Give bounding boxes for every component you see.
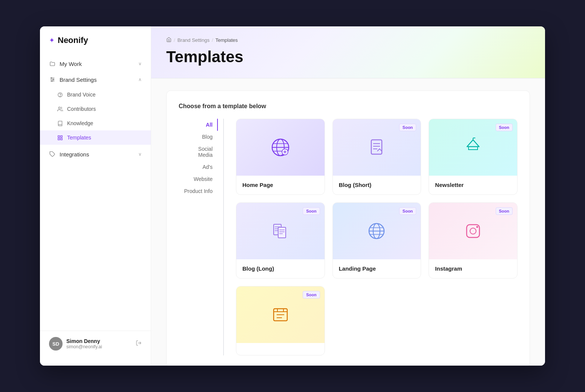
logo: ✦ Neonify	[40, 35, 151, 56]
card-name-landing-page: Landing Page	[339, 265, 376, 272]
book-icon	[57, 120, 63, 127]
card-preview-product-info: Soon	[236, 286, 325, 343]
svg-marker-27	[467, 140, 479, 147]
template-card-product-info[interactable]: Soon	[236, 286, 325, 355]
svg-point-5	[51, 81, 52, 82]
sidebar-item-contributors[interactable]: Contributors	[40, 102, 151, 116]
soon-badge-blog-short: Soon	[399, 124, 417, 131]
user-name: Simon Denny	[66, 338, 102, 344]
card-preview-blog-short: Soon	[333, 119, 421, 176]
avatar-initials: SD	[52, 341, 59, 347]
svg-rect-10	[60, 135, 62, 137]
card-info-instagram: Instagram	[429, 259, 517, 278]
breadcrumb: / Brand Settings / Templates	[166, 37, 530, 43]
main-content: / Brand Settings / Templates Templates C…	[151, 26, 545, 366]
sidebar-label-brand-voice: Brand Voice	[67, 92, 96, 98]
sidebar: ✦ Neonify My Work ∨ Br	[40, 26, 151, 366]
soon-badge-blog-long: Soon	[303, 207, 320, 215]
templates-layout: All Blog Social Media Ad's Website	[179, 119, 518, 355]
section-heading: Choose from a template below	[179, 103, 518, 110]
svg-point-46	[476, 226, 478, 228]
template-card-landing-page[interactable]: Soon Landing Page	[332, 202, 421, 279]
soon-badge-newsletter: Soon	[496, 124, 513, 131]
card-preview-home-page	[236, 119, 325, 176]
circle-icon	[57, 91, 63, 98]
card-name-home-page: Home Page	[242, 182, 273, 188]
template-card-home-page[interactable]: Home Page	[236, 119, 325, 195]
sidebar-label-templates: Templates	[67, 135, 91, 141]
logo-text: Neonify	[58, 35, 88, 45]
soon-badge-instagram: Soon	[496, 207, 513, 215]
sidebar-footer: SD Simon Denny simon@neonify.ai	[40, 331, 151, 357]
filter-social-media[interactable]: Social Media	[179, 143, 218, 161]
card-info-landing-page: Landing Page	[333, 259, 421, 278]
svg-point-3	[51, 78, 52, 79]
logo-icon: ✦	[49, 36, 55, 44]
breadcrumb-home[interactable]	[166, 37, 172, 43]
filter-website[interactable]: Website	[179, 173, 218, 185]
content-area: Choose from a template below All Blog So…	[151, 78, 545, 366]
breadcrumb-sep-2: /	[212, 37, 213, 43]
svg-rect-11	[58, 138, 59, 139]
card-info-product-info	[236, 343, 325, 355]
card-info-blog-short: Blog (Short)	[333, 176, 421, 194]
svg-point-7	[60, 96, 60, 96]
logout-button[interactable]	[136, 340, 142, 348]
sidebar-item-knowledge[interactable]: Knowledge	[40, 116, 151, 130]
sidebar-label-contributors: Contributors	[67, 106, 96, 112]
card-info-newsletter: Newsletter	[429, 176, 517, 194]
svg-rect-12	[60, 138, 62, 139]
breadcrumb-current: Templates	[216, 37, 238, 43]
filter-product-info[interactable]: Product Info	[179, 185, 218, 197]
sidebar-item-templates[interactable]: Templates	[40, 130, 151, 145]
app-window: ✦ Neonify My Work ∨ Br	[40, 26, 545, 366]
user-email: simon@neonify.ai	[66, 344, 102, 349]
sidebar-item-integrations[interactable]: Integrations ∨	[40, 146, 151, 162]
filter-blog[interactable]: Blog	[179, 131, 218, 143]
soon-badge-product-info: Soon	[303, 291, 320, 299]
filter-ads[interactable]: Ad's	[179, 161, 218, 173]
svg-point-4	[53, 79, 54, 80]
card-preview-blog-long: Soon	[236, 203, 325, 259]
card-preview-newsletter: Soon	[429, 119, 517, 176]
card-name-blog-short: Blog (Short)	[339, 182, 372, 188]
sidebar-label-knowledge: Knowledge	[67, 120, 93, 126]
sliders-icon	[49, 76, 56, 83]
card-preview-instagram: Soon	[429, 203, 517, 259]
card-name-blog-long: Blog (Long)	[242, 265, 274, 272]
template-card-instagram[interactable]: Soon Instagram	[429, 202, 518, 279]
card-name-instagram: Instagram	[435, 265, 462, 272]
chevron-up-icon: ∧	[138, 77, 142, 82]
puzzle-icon	[49, 151, 56, 158]
template-card-newsletter[interactable]: Soon Newsletter	[429, 119, 518, 195]
filter-sidebar: All Blog Social Media Ad's Website	[179, 119, 224, 355]
card-name-newsletter: Newsletter	[435, 182, 464, 188]
template-card-blog-long[interactable]: Soon	[236, 202, 325, 279]
svg-point-45	[470, 228, 476, 234]
sidebar-item-brand-voice[interactable]: Brand Voice	[40, 87, 151, 102]
svg-point-8	[58, 107, 60, 109]
filter-all[interactable]: All	[179, 119, 218, 131]
sidebar-label-integrations: Integrations	[60, 151, 89, 158]
grid-icon	[57, 134, 63, 141]
nav-section: My Work ∨ Brand Settings ∧ Bran	[40, 56, 151, 331]
template-card-blog-short[interactable]: Soon Blog (Short)	[332, 119, 421, 195]
chevron-down-icon-integrations: ∨	[138, 152, 142, 157]
svg-rect-23	[371, 140, 382, 154]
breadcrumb-sep-1: /	[174, 37, 175, 43]
sidebar-item-my-work[interactable]: My Work ∨	[40, 56, 151, 72]
templates-container: Choose from a template below All Blog So…	[166, 90, 530, 366]
user-info: SD Simon Denny simon@neonify.ai	[49, 337, 102, 351]
header-banner: / Brand Settings / Templates Templates	[151, 26, 545, 78]
sidebar-label-my-work: My Work	[60, 61, 82, 67]
avatar: SD	[49, 337, 63, 351]
sidebar-item-brand-settings[interactable]: Brand Settings ∧	[40, 72, 151, 87]
chevron-down-icon: ∨	[138, 61, 142, 66]
soon-badge-landing-page: Soon	[399, 207, 417, 215]
breadcrumb-brand-settings[interactable]: Brand Settings	[178, 37, 210, 43]
templates-grid: Home Page Soon	[224, 119, 518, 355]
card-info-home-page: Home Page	[236, 176, 325, 194]
page-title: Templates	[166, 48, 530, 66]
folder-icon	[49, 60, 56, 67]
card-info-blog-long: Blog (Long)	[236, 259, 325, 278]
